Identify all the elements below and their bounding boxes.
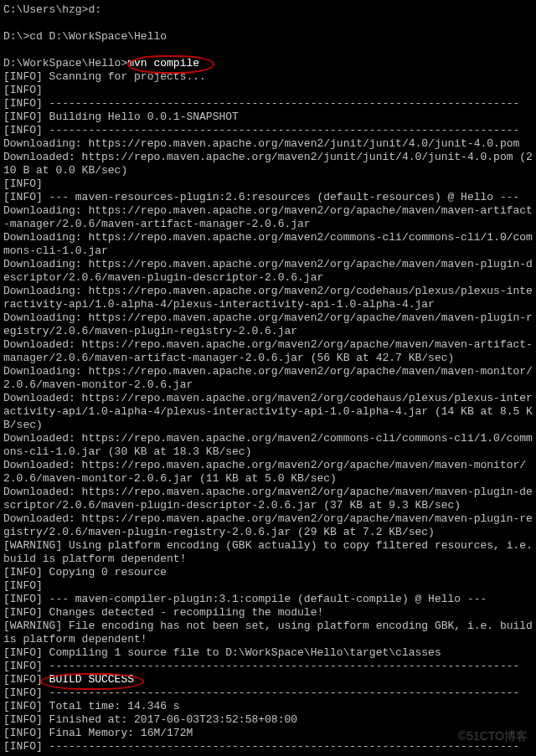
output-line: [INFO] — [3, 579, 43, 592]
output-line: [INFO] --- maven-compiler-plugin:3.1:com… — [3, 593, 487, 605]
success-prefix: [INFO] — [3, 673, 49, 686]
terminal-output[interactable]: C:\Users\hzg>d: D:\>cd D:\WorkSpace\Hell… — [0, 0, 536, 753]
output-line: [INFO] Total time: 14.346 s — [3, 700, 180, 712]
output-line: [INFO] ---------------------------------… — [3, 97, 519, 110]
prompt-prefix: D:\WorkSpace\Hello> — [3, 57, 127, 69]
output-line: [INFO] — [3, 177, 43, 190]
output-line: Downloading: https://repo.maven.apache.o… — [3, 285, 533, 311]
output-line: Downloading: https://repo.maven.apache.o… — [3, 258, 533, 284]
output-line: [INFO] Finished at: 2017-06-03T23:52:58+… — [3, 713, 297, 726]
output-line: Downloading: https://repo.maven.apache.o… — [3, 231, 533, 257]
prompt-line: C:\Users\hzg>d: — [3, 3, 101, 16]
output-line: Downloaded: https://repo.maven.apache.or… — [3, 392, 533, 431]
output-line: [INFO] Copying 0 resource — [3, 566, 167, 579]
output-line: Downloading: https://repo.maven.apache.o… — [3, 137, 519, 150]
output-line: Downloaded: https://repo.maven.apache.or… — [3, 432, 533, 458]
output-line: [INFO] Changes detected - recompiling th… — [3, 606, 323, 619]
output-line: [INFO] Scanning for projects... — [3, 70, 206, 83]
output-line: [WARNING] Using platform encoding (GBK a… — [3, 539, 536, 565]
output-line: Downloading: https://repo.maven.apache.o… — [3, 365, 533, 391]
output-line: [INFO] ---------------------------------… — [3, 660, 519, 672]
prompt-line: D:\>cd D:\WorkSpace\Hello — [3, 30, 167, 43]
output-line: [INFO] — [3, 84, 43, 96]
output-line: [INFO] Building Hello 0.0.1-SNAPSHOT — [3, 111, 239, 123]
output-line: [INFO] ---------------------------------… — [3, 740, 519, 753]
output-line: [INFO] --- maven-resources-plugin:2.6:re… — [3, 191, 519, 203]
output-line: Downloaded: https://repo.maven.apache.or… — [3, 459, 526, 485]
output-line: Downloading: https://repo.maven.apache.o… — [3, 311, 533, 337]
output-line: [INFO] ---------------------------------… — [3, 124, 519, 136]
output-line: [INFO] Compiling 1 source file to D:\Wor… — [3, 646, 441, 659]
output-line: Downloaded: https://repo.maven.apache.or… — [3, 151, 533, 177]
output-line: [INFO] Final Memory: 16M/172M — [3, 727, 193, 739]
output-line: Downloading: https://repo.maven.apache.o… — [3, 204, 533, 230]
output-line: [WARNING] File encoding has not been set… — [3, 620, 536, 645]
typed-command: mvn compile — [127, 57, 199, 69]
output-line: [INFO] ---------------------------------… — [3, 687, 519, 699]
build-success-label: BUILD SUCCESS — [49, 673, 134, 686]
output-line: Downloaded: https://repo.maven.apache.or… — [3, 486, 533, 512]
output-line: Downloaded: https://repo.maven.apache.or… — [3, 512, 533, 538]
output-line: Downloaded: https://repo.maven.apache.or… — [3, 338, 533, 364]
